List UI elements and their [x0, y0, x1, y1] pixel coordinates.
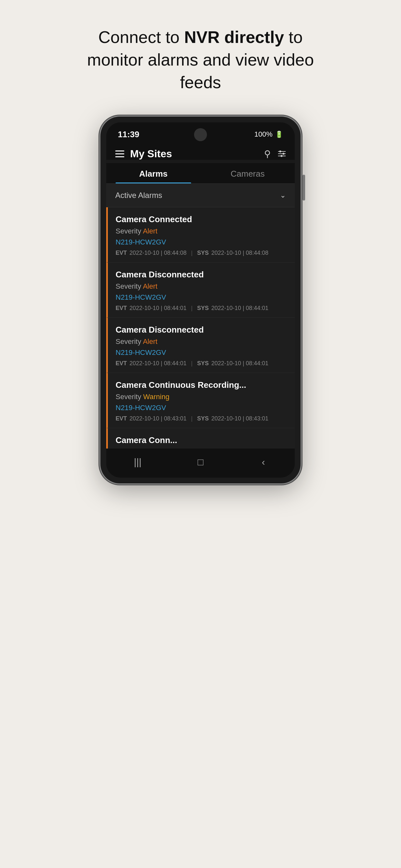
alarm-evt-time-3: 2022-10-10 | 08:44:01	[129, 360, 187, 367]
hamburger-icon[interactable]	[115, 151, 124, 157]
alarm-camera-2: N219-HCW2GV	[116, 293, 286, 302]
battery-icon: 🔋	[275, 130, 283, 138]
tab-alarms[interactable]: Alarms	[106, 163, 201, 183]
alarm-title-1: Camera Connected	[116, 214, 286, 224]
filter-icon[interactable]	[278, 151, 286, 156]
tab-cameras[interactable]: Cameras	[201, 163, 295, 183]
hero-text: Connect to NVR directly to monitor alarm…	[71, 26, 330, 94]
alarm-sys-label-4: SYS	[197, 415, 209, 422]
alarm-item-1[interactable]: Camera Connected Severity Alert N219-HCW…	[106, 207, 295, 262]
status-time: 11:39	[118, 129, 140, 140]
status-bar: 11:39 100% 🔋	[106, 122, 295, 143]
alarm-evt-time-2: 2022-10-10 | 08:44:01	[129, 305, 187, 312]
alarm-evt-label-2: EVT	[116, 305, 127, 312]
alarm-sys-label-2: SYS	[197, 305, 209, 312]
app-header: My Sites ⚲	[106, 143, 295, 160]
alarm-sys-label-3: SYS	[197, 360, 209, 367]
alarm-severity-3: Severity Alert	[116, 337, 286, 346]
alarm-item-2[interactable]: Camera Disconnected Severity Alert N219-…	[106, 262, 295, 318]
alarm-title-3: Camera Disconnected	[116, 325, 286, 335]
alarm-evt-time-4: 2022-10-10 | 08:43:01	[129, 415, 187, 422]
alarms-section-header[interactable]: Active Alarms ⌄	[106, 184, 295, 207]
alarm-severity-value-1: Alert	[143, 227, 157, 235]
back-nav-button[interactable]: ‹	[254, 456, 273, 469]
alarm-severity-2: Severity Alert	[116, 282, 286, 290]
alarm-divider-3: |	[191, 360, 193, 367]
tab-bar: Alarms Cameras	[106, 163, 295, 184]
alarm-item-partial[interactable]: Camera Conn...	[106, 428, 295, 448]
alarm-divider-2: |	[191, 305, 193, 312]
alarm-severity-value-4: Warning	[143, 393, 169, 401]
alarm-sys-time-4: 2022-10-10 | 08:43:01	[212, 415, 269, 422]
alarm-camera-1: N219-HCW2GV	[116, 238, 286, 246]
alarm-title-2: Camera Disconnected	[116, 270, 286, 280]
header-left: My Sites	[115, 148, 172, 160]
alarm-evt-label-3: EVT	[116, 360, 127, 367]
alarm-timestamps-4: EVT 2022-10-10 | 08:43:01 | SYS 2022-10-…	[116, 415, 286, 422]
search-icon[interactable]: ⚲	[264, 149, 271, 159]
alarm-evt-time-1: 2022-10-10 | 08:44:08	[129, 250, 187, 256]
alarm-item-4[interactable]: Camera Continuous Recording... Severity …	[106, 373, 295, 428]
recents-nav-button[interactable]: |||	[128, 456, 147, 469]
alarm-evt-label-4: EVT	[116, 415, 127, 422]
header-icons: ⚲	[264, 149, 286, 159]
phone-screen: 11:39 100% 🔋 My Sites ⚲	[106, 122, 295, 477]
status-notch	[194, 128, 207, 141]
home-nav-button[interactable]: □	[191, 456, 210, 469]
alarm-sys-label-1: SYS	[197, 250, 209, 256]
alarm-severity-value-2: Alert	[143, 282, 157, 290]
alarm-sys-time-2: 2022-10-10 | 08:44:01	[212, 305, 269, 312]
hero-bold: NVR directly	[184, 28, 284, 46]
alarm-severity-value-3: Alert	[143, 337, 157, 345]
bottom-nav: ||| □ ‹	[106, 448, 295, 477]
battery-text: 100%	[254, 130, 273, 138]
app-title: My Sites	[130, 148, 172, 160]
alarm-timestamps-2: EVT 2022-10-10 | 08:44:01 | SYS 2022-10-…	[116, 305, 286, 312]
status-right: 100% 🔋	[254, 130, 283, 138]
alarm-sys-time-1: 2022-10-10 | 08:44:08	[212, 250, 269, 256]
alarm-item-3[interactable]: Camera Disconnected Severity Alert N219-…	[106, 318, 295, 373]
phone-shell: 11:39 100% 🔋 My Sites ⚲	[100, 117, 301, 484]
alarm-timestamps-3: EVT 2022-10-10 | 08:44:01 | SYS 2022-10-…	[116, 360, 286, 367]
alarm-title-4: Camera Continuous Recording...	[116, 380, 286, 390]
chevron-down-icon: ⌄	[280, 191, 286, 199]
alarm-sys-time-3: 2022-10-10 | 08:44:01	[212, 360, 269, 367]
alarm-severity-1: Severity Alert	[116, 227, 286, 236]
alarm-divider-1: |	[191, 250, 193, 256]
alarm-divider-4: |	[191, 415, 193, 422]
alarm-evt-label-1: EVT	[116, 250, 127, 256]
alarms-section-title: Active Alarms	[115, 191, 162, 200]
alarm-severity-4: Severity Warning	[116, 393, 286, 401]
hero-pre: Connect to	[98, 28, 184, 46]
alarm-camera-4: N219-HCW2GV	[116, 404, 286, 412]
alarm-timestamps-1: EVT 2022-10-10 | 08:44:08 | SYS 2022-10-…	[116, 250, 286, 256]
alarm-list: Camera Connected Severity Alert N219-HCW…	[106, 207, 295, 448]
alarm-camera-3: N219-HCW2GV	[116, 348, 286, 357]
alarm-title-partial: Camera Conn...	[116, 435, 286, 445]
